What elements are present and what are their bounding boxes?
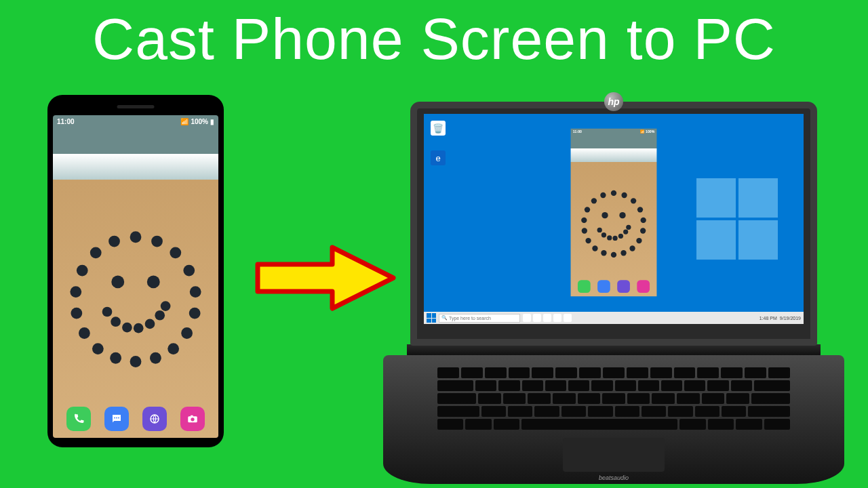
- svg-point-3: [183, 264, 195, 276]
- laptop-device: 🗑️ e 11:00 📶 100%: [383, 102, 844, 484]
- svg-point-59: [618, 233, 623, 238]
- tray-time: 1:48 PM: [760, 316, 777, 321]
- svg-point-7: [167, 343, 179, 354]
- svg-point-42: [629, 245, 635, 251]
- svg-point-29: [118, 418, 119, 419]
- svg-point-48: [582, 228, 587, 233]
- mirror-messages-icon: [597, 280, 610, 293]
- phone-earpiece: [117, 105, 155, 108]
- svg-point-28: [116, 418, 117, 419]
- tray-date: 9/19/2019: [780, 316, 801, 321]
- svg-point-4: [190, 286, 201, 298]
- search-icon: 🔍: [441, 315, 448, 321]
- mirror-smiley-icon: [578, 188, 649, 258]
- phone-time: 11:00: [57, 118, 75, 125]
- mirror-time: 11:00: [573, 130, 582, 134]
- laptop-deck: beatsaudio: [383, 355, 844, 484]
- mirror-statusbar: 11:00 📶 100%: [571, 129, 657, 135]
- mirror-browser-icon: [617, 280, 630, 293]
- svg-point-21: [111, 317, 121, 327]
- svg-point-26: [161, 301, 171, 311]
- taskbar-app-icon[interactable]: [533, 314, 541, 322]
- phone-dock: [53, 407, 218, 431]
- svg-point-15: [77, 264, 88, 276]
- svg-point-23: [134, 323, 144, 333]
- svg-point-58: [612, 236, 617, 241]
- svg-point-14: [70, 286, 81, 298]
- svg-point-24: [145, 319, 155, 329]
- laptop-lid: 🗑️ e 11:00 📶 100%: [410, 102, 817, 346]
- audio-brand-label: beatsaudio: [599, 474, 629, 481]
- svg-point-16: [90, 247, 102, 258]
- svg-point-20: [102, 306, 113, 317]
- svg-point-49: [581, 218, 587, 223]
- mirror-camera-icon: [637, 280, 650, 293]
- mirrored-phone-screen: 11:00 📶 100%: [571, 129, 657, 297]
- svg-point-18: [111, 275, 124, 288]
- svg-point-50: [585, 207, 590, 212]
- signal-icon: 📶: [180, 118, 189, 125]
- recycle-bin-icon[interactable]: 🗑️: [431, 121, 446, 136]
- battery-text: 100%: [191, 118, 208, 125]
- hp-logo-icon: hp: [604, 92, 623, 111]
- svg-point-32: [191, 418, 194, 421]
- mirror-signal-icon: 📶: [640, 130, 644, 134]
- mirror-phone-icon: [578, 280, 591, 293]
- svg-point-46: [592, 245, 597, 251]
- svg-point-43: [620, 250, 626, 256]
- mirror-battery-text: 100%: [646, 130, 654, 134]
- laptop-trackpad[interactable]: [563, 438, 665, 472]
- svg-point-0: [130, 231, 142, 243]
- svg-rect-33: [191, 415, 193, 417]
- svg-point-5: [189, 307, 201, 319]
- svg-point-47: [585, 238, 591, 243]
- taskbar-app-icon[interactable]: [543, 314, 551, 322]
- svg-point-27: [114, 418, 115, 419]
- svg-point-37: [631, 198, 636, 203]
- browser-icon[interactable]: [142, 407, 167, 431]
- taskbar-pinned: [523, 314, 572, 322]
- svg-point-38: [637, 207, 643, 212]
- svg-point-44: [611, 251, 616, 257]
- svg-point-13: [71, 307, 82, 319]
- phone-statusbar: 11:00 📶 100% ▮: [53, 115, 218, 127]
- laptop-screen: 🗑️ e 11:00 📶 100%: [424, 114, 804, 324]
- svg-marker-34: [258, 247, 393, 308]
- svg-point-35: [611, 190, 616, 195]
- svg-point-19: [147, 275, 160, 288]
- svg-point-56: [601, 232, 606, 237]
- svg-point-52: [600, 192, 606, 198]
- arrow-icon: [251, 237, 400, 319]
- taskbar-search[interactable]: 🔍 Type here to search: [439, 314, 520, 323]
- edge-icon[interactable]: e: [431, 150, 446, 165]
- phone-device: 11:00 📶 100% ▮: [47, 95, 224, 447]
- svg-point-45: [601, 250, 606, 256]
- svg-point-11: [92, 343, 104, 354]
- taskbar-app-icon[interactable]: [553, 314, 561, 322]
- svg-point-57: [607, 235, 612, 240]
- camera-icon[interactable]: [180, 407, 205, 431]
- svg-point-36: [621, 192, 627, 198]
- windows-logo-icon: [696, 178, 778, 260]
- system-tray[interactable]: 1:48 PM 9/19/2019: [760, 316, 801, 321]
- battery-icon: ▮: [210, 118, 214, 125]
- taskbar-app-icon[interactable]: [523, 314, 531, 322]
- taskbar-app-icon[interactable]: [564, 314, 572, 322]
- start-button[interactable]: [427, 313, 436, 323]
- svg-point-60: [623, 229, 628, 234]
- page-title: Cast Phone Screen to PC: [0, 5, 868, 73]
- svg-point-41: [636, 238, 642, 243]
- svg-point-40: [640, 228, 646, 233]
- phone-icon[interactable]: [66, 407, 91, 431]
- svg-point-25: [155, 310, 165, 320]
- svg-point-1: [151, 235, 163, 247]
- svg-point-12: [79, 327, 90, 339]
- svg-point-51: [591, 198, 597, 203]
- svg-point-17: [108, 235, 120, 247]
- phone-screen: 11:00 📶 100% ▮: [53, 115, 218, 438]
- svg-point-2: [170, 247, 181, 258]
- svg-point-61: [626, 224, 631, 229]
- svg-point-54: [619, 212, 625, 218]
- messages-icon[interactable]: [104, 407, 129, 431]
- laptop-keyboard: [437, 367, 790, 435]
